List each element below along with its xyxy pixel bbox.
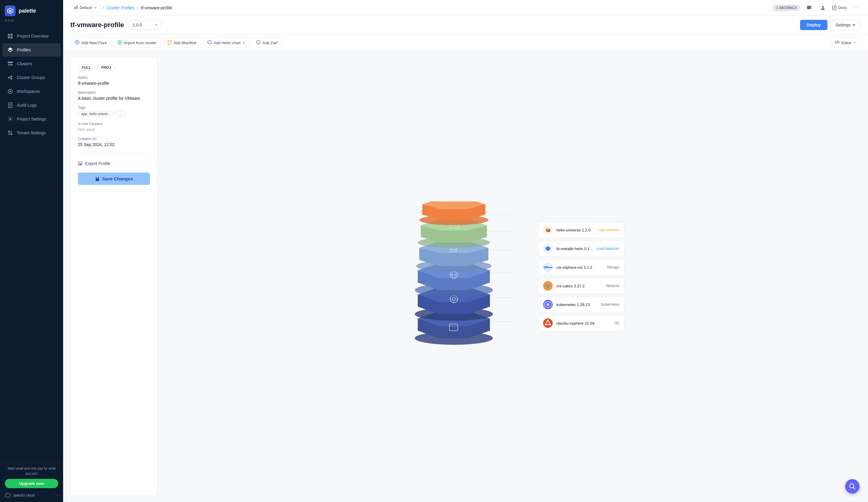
user-icon-button[interactable]: [818, 3, 828, 13]
import-from-cluster-button[interactable]: Import from cluster: [113, 38, 161, 48]
layer-type-os: OS: [614, 321, 619, 325]
logo-text: palette: [19, 8, 36, 14]
main-content: Default ▼ / Cluster Profiles / tf-vmware…: [63, 0, 868, 502]
docs-button[interactable]: Docs: [832, 6, 847, 10]
server-icon: [7, 61, 13, 67]
description-value: A basic cluster profile for VMware: [78, 96, 150, 101]
sidebar-logo: palette: [0, 0, 63, 18]
app-version: 4.4.19: [0, 18, 63, 27]
plus-circle-icon: [75, 40, 79, 45]
svg-rect-25: [11, 133, 12, 135]
editor-button[interactable]: Editor ▼: [830, 38, 861, 48]
workspace-name: Default: [80, 6, 92, 10]
layers-icon: [7, 47, 13, 53]
sidebar-item-workspaces[interactable]: Workspaces: [2, 85, 61, 98]
in-use-field: In Use Clusters Not used: [78, 122, 150, 132]
name-value: tf-vmware-profile: [78, 81, 150, 86]
sidebar: palette 4.4.19 Project Overview Profiles…: [0, 0, 63, 502]
created-field: Created On 25 Sep 2024, 12:02: [78, 137, 150, 147]
layer-card-lb-metallb[interactable]: lb-metallb-helm 0.1... Load balancer: [538, 240, 624, 257]
tenant-icon: [7, 130, 13, 136]
created-value: 25 Sep 2024, 12:02: [78, 142, 150, 147]
svg-marker-43: [208, 40, 211, 44]
menu-icon-button[interactable]: ⋯: [851, 3, 861, 13]
sidebar-item-label: Project Overview: [17, 34, 49, 39]
layer-name: kubernetes 1.28.13: [556, 303, 597, 307]
sidebar-item-label: Workspaces: [17, 89, 40, 94]
hex-layer-app[interactable]: [419, 202, 488, 225]
breadcrumb-sep1: /: [103, 6, 104, 10]
layer-icon-hello-universe: 📦: [543, 225, 553, 235]
layer-card-csi-vsphere[interactable]: vmware csi-vsphere-csi 3.1.2 Storage: [538, 259, 624, 275]
svg-rect-22: [8, 131, 10, 133]
svg-rect-52: [95, 179, 99, 181]
layers-list: 📦 hello-universe 1.2.0 App services: [538, 222, 624, 331]
add-manifest-button[interactable]: Add Manifest: [163, 38, 201, 48]
layer-icon-csi: vmware: [543, 263, 553, 272]
sidebar-item-audit-logs[interactable]: Audit Logs: [2, 99, 61, 112]
docs-label: Docs: [838, 6, 847, 10]
layer-card-ubuntu[interactable]: ubuntu-vsphere 22.04 OS: [538, 315, 624, 331]
chat-button[interactable]: [804, 3, 814, 13]
export-icon: [78, 161, 83, 166]
svg-rect-28: [75, 6, 76, 9]
svg-point-30: [822, 6, 824, 8]
layer-card-cni-calico[interactable]: 🐦 cni-calico 3.27.2 Network: [538, 278, 624, 294]
svg-rect-51: [96, 177, 98, 178]
sidebar-item-tenant-settings[interactable]: Tenant Settings: [2, 126, 61, 140]
svg-point-99: [549, 324, 551, 325]
profile-type-tags: FULL PROJ: [78, 65, 150, 71]
svg-point-100: [545, 324, 546, 325]
profile-actions: Deploy Settings ▼: [800, 20, 861, 30]
layer-type-lb: Load balancer: [597, 246, 619, 251]
profile-name: tf-vmware-profile: [70, 21, 124, 29]
name-field: Name tf-vmware-profile: [78, 75, 150, 86]
version-value: 1.0.0: [133, 22, 142, 27]
collapse-icon[interactable]: ‹: [57, 493, 58, 498]
topbar: Default ▼ / Cluster Profiles / tf-vmware…: [63, 0, 868, 16]
card-divider: [78, 153, 150, 153]
breadcrumb-cluster-profiles[interactable]: Cluster Profiles: [106, 6, 135, 10]
svg-rect-4: [8, 37, 10, 39]
add-helm-chart-button[interactable]: Add Helm chart ▼: [203, 38, 250, 48]
grid-icon: [7, 33, 13, 39]
sidebar-item-project-overview[interactable]: Project Overview: [2, 30, 61, 43]
layer-card-hello-universe[interactable]: 📦 hello-universe 1.2.0 App services: [538, 222, 624, 238]
fab-search-button[interactable]: [845, 479, 860, 494]
save-changes-button[interactable]: Save Changes: [78, 173, 150, 185]
audit-icon: [7, 102, 13, 108]
deploy-button[interactable]: Deploy: [800, 20, 827, 30]
layer-type-kubernetes: Kubernetes: [601, 303, 619, 307]
svg-marker-1: [9, 9, 12, 13]
tag-chip-1[interactable]: app: hello-univer...: [78, 111, 114, 117]
topbar-right: 1.49/100kCh Docs ⋯: [773, 3, 861, 13]
svg-point-98: [547, 320, 549, 321]
workspace-selector[interactable]: Default ▼: [70, 3, 100, 12]
sidebar-item-clusters[interactable]: Clusters: [2, 57, 61, 70]
export-profile-button[interactable]: Export Profile: [78, 159, 150, 168]
svg-point-8: [11, 62, 12, 63]
sidebar-item-project-settings[interactable]: Project Settings: [2, 112, 61, 126]
add-pack-label: Add New Pack: [81, 41, 107, 45]
settings-icon: [7, 116, 13, 122]
svg-rect-5: [11, 37, 13, 39]
svg-point-95: [547, 303, 549, 306]
toolbar-left: Add New Pack Import from cluster Add Man…: [70, 38, 282, 48]
version-selector[interactable]: 1.0.0 ▼: [128, 20, 162, 30]
svg-marker-26: [6, 493, 10, 498]
tag-more[interactable]: ...: [116, 111, 125, 117]
layer-name: cni-calico 3.27.2: [556, 284, 602, 288]
settings-button[interactable]: Settings ▼: [830, 20, 861, 30]
sidebar-item-profiles[interactable]: Profiles: [2, 43, 61, 57]
layer-card-kubernetes[interactable]: kubernetes 1.28.13 Kubernetes: [538, 296, 624, 313]
add-zarf-button[interactable]: Z Add Zarf: [251, 38, 282, 48]
svg-line-46: [837, 41, 838, 44]
topbar-left: Default ▼ / Cluster Profiles / tf-vmware…: [70, 3, 172, 12]
upgrade-button[interactable]: Upgrade now: [5, 479, 58, 488]
svg-rect-29: [77, 6, 78, 9]
spectro-cloud-left: spectro cloud: [5, 492, 34, 499]
sidebar-item-cluster-groups[interactable]: Cluster Groups: [2, 71, 61, 84]
import-icon: [117, 40, 122, 45]
layer-info-calico: cni-calico 3.27.2: [556, 284, 602, 288]
add-new-pack-button[interactable]: Add New Pack: [70, 38, 111, 48]
